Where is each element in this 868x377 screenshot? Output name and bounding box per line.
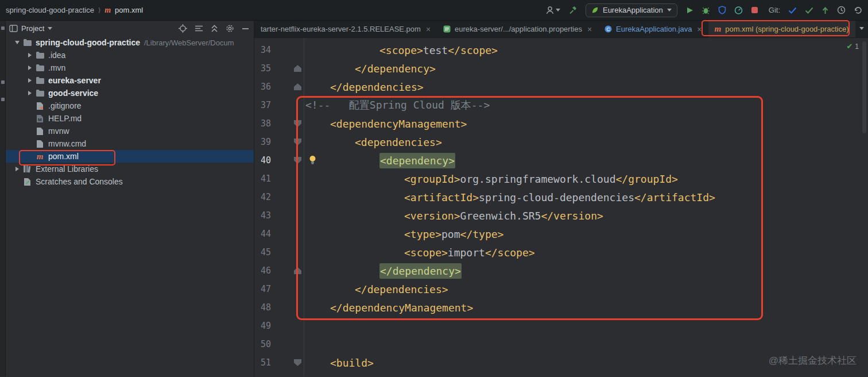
git-rollback-button[interactable] xyxy=(854,6,862,14)
caret-collapsed-icon[interactable] xyxy=(11,167,22,171)
project-view-selector[interactable]: Project xyxy=(21,24,44,33)
stop-button[interactable] xyxy=(751,6,758,14)
tabs-overflow-chevron-icon[interactable] xyxy=(859,27,864,30)
chevron-down-icon[interactable] xyxy=(48,27,52,30)
line-number[interactable]: 34 xyxy=(254,45,271,55)
git-update-button[interactable] xyxy=(788,7,797,14)
line-number[interactable]: 51 xyxy=(254,357,271,368)
code-line-44[interactable]: 44<type>pom</type> xyxy=(254,225,868,243)
run-config-select[interactable]: EurekaApplication xyxy=(586,3,677,17)
intention-bulb-icon[interactable] xyxy=(308,155,317,165)
breadcrumb-project[interactable]: spring-cloud-good-practice xyxy=(6,6,94,14)
locate-file-icon[interactable] xyxy=(179,24,187,33)
inspection-widget[interactable]: ✔ 1 xyxy=(846,42,859,51)
tree-item-pom-xml[interactable]: mpom.xml xyxy=(6,150,254,163)
tree-item-gitignore[interactable]: .gitignore xyxy=(6,99,254,112)
code-line-35[interactable]: 35</dependency> xyxy=(254,59,868,78)
tab-close-icon[interactable]: × xyxy=(587,25,592,34)
caret-collapsed-icon[interactable] xyxy=(24,91,35,95)
fold-region-start-icon[interactable] xyxy=(294,139,301,145)
collapse-all-icon[interactable] xyxy=(211,25,218,33)
user-account-icon[interactable] xyxy=(545,6,560,15)
tool-window-stripe-icon[interactable] xyxy=(1,98,5,101)
code-line-37[interactable]: 37<!-- 配置Spring Cloud 版本--> xyxy=(254,96,868,114)
line-number[interactable]: 35 xyxy=(254,63,271,74)
line-number[interactable]: 47 xyxy=(254,284,271,294)
code-line-45[interactable]: 45<scope>import</scope> xyxy=(254,243,868,261)
line-number[interactable]: 40 xyxy=(254,155,271,166)
line-number[interactable]: 50 xyxy=(254,339,271,349)
code-line-52[interactable]: 52<plugins> xyxy=(254,372,868,376)
tree-item-scratches-and-consoles[interactable]: Scratches and Consoles xyxy=(6,175,254,188)
tree-item-mvnw-cmd[interactable]: mvnw.cmd xyxy=(6,137,254,150)
tab-close-icon[interactable]: × xyxy=(697,25,702,34)
fold-region-start-icon[interactable] xyxy=(294,120,301,127)
left-tool-strip[interactable] xyxy=(0,21,6,376)
tree-item-good-service[interactable]: good-service xyxy=(6,87,254,99)
tree-item-spring-cloud-good-practice[interactable]: spring-cloud-good-practice/Library/WebSe… xyxy=(6,36,254,49)
tree-item-mvn[interactable]: .mvn xyxy=(6,61,254,74)
fold-region-start-icon[interactable] xyxy=(294,359,301,366)
code-line-48[interactable]: 48</dependencyManagement> xyxy=(254,298,868,317)
git-commit-button[interactable] xyxy=(805,7,813,14)
line-number[interactable]: 37 xyxy=(254,100,271,110)
fold-region-end-icon[interactable] xyxy=(294,267,301,274)
code-line-42[interactable]: 42<artifactId>spring-cloud-dependencies<… xyxy=(254,188,868,206)
fold-region-start-icon[interactable] xyxy=(294,157,301,164)
code-line-40[interactable]: 40<dependency> xyxy=(254,151,868,170)
breadcrumb-file[interactable]: pom.xml xyxy=(115,6,143,14)
line-number[interactable]: 45 xyxy=(254,247,271,257)
settings-gear-icon[interactable] xyxy=(226,24,234,33)
fold-region-end-icon[interactable] xyxy=(294,65,301,72)
editor[interactable]: 34<scope>test</scope>35</dependency>36</… xyxy=(254,38,868,376)
caret-collapsed-icon[interactable] xyxy=(24,78,35,83)
hide-tool-window-icon[interactable] xyxy=(242,28,249,30)
git-push-button[interactable] xyxy=(822,6,829,14)
line-number[interactable]: 41 xyxy=(254,174,271,184)
tree-item-eureka-server[interactable]: eureka-server xyxy=(6,74,254,87)
tree-item-idea[interactable]: .idea xyxy=(6,49,254,61)
tree-item-external-libraries[interactable]: External Libraries xyxy=(6,163,254,175)
caret-collapsed-icon[interactable] xyxy=(24,66,35,70)
line-number[interactable]: 46 xyxy=(254,266,271,276)
profiler-button[interactable] xyxy=(734,6,743,14)
editor-scrollbar[interactable] xyxy=(862,41,866,133)
line-number[interactable]: 42 xyxy=(254,192,271,202)
line-number[interactable]: 52 xyxy=(254,376,271,376)
run-with-coverage-button[interactable] xyxy=(718,6,726,14)
code-line-38[interactable]: 38<dependencyManagement> xyxy=(254,114,868,133)
debug-button[interactable] xyxy=(702,6,710,14)
git-history-icon[interactable] xyxy=(837,6,846,14)
code-line-49[interactable]: 49 xyxy=(254,317,868,335)
line-number[interactable]: 39 xyxy=(254,137,271,147)
code-line-34[interactable]: 34<scope>test</scope> xyxy=(254,41,868,59)
code-line-46[interactable]: 46</dependency> xyxy=(254,261,868,280)
code-line-47[interactable]: 47</dependencies> xyxy=(254,280,868,298)
caret-expanded-icon[interactable] xyxy=(11,41,22,44)
code-line-41[interactable]: 41<groupId>org.springframework.cloud</gr… xyxy=(254,170,868,188)
tool-window-stripe-icon[interactable] xyxy=(1,80,5,84)
code-line-36[interactable]: 36</dependencies> xyxy=(254,78,868,96)
build-hammer-icon[interactable] xyxy=(568,6,578,15)
code-line-50[interactable]: 50 xyxy=(254,335,868,353)
tool-window-stripe-icon[interactable] xyxy=(1,26,5,30)
run-button[interactable] xyxy=(685,6,693,14)
tree-item-help-md[interactable]: MHELP.md xyxy=(6,112,254,125)
code-line-39[interactable]: 39<dependencies> xyxy=(254,133,868,151)
tab-close-icon[interactable]: × xyxy=(426,25,431,34)
editor-tab-tarter-netflix-eureka-server-2-1-5-relea[interactable]: tarter-netflix-eureka-server-2.1.5.RELEA… xyxy=(254,21,437,37)
editor-tab-pom-xml-spring-cloud-good-practice[interactable]: mpom.xml (spring-cloud-good-practice) xyxy=(708,21,855,37)
line-number[interactable]: 49 xyxy=(254,321,271,331)
tree-item-mvnw[interactable]: mvnw xyxy=(6,125,254,137)
editor-tab-eureka-server-application-properties[interactable]: eureka-server/.../application.properties… xyxy=(437,21,598,37)
line-number[interactable]: 36 xyxy=(254,82,271,92)
line-number[interactable]: 43 xyxy=(254,210,271,221)
line-number[interactable]: 44 xyxy=(254,229,271,239)
flatten-packages-icon[interactable] xyxy=(195,25,203,32)
line-number[interactable]: 48 xyxy=(254,302,271,313)
editor-tab-eurekaapplication-java[interactable]: CEurekaApplication.java× xyxy=(598,21,708,37)
line-number[interactable]: 38 xyxy=(254,118,271,129)
fold-region-end-icon[interactable] xyxy=(294,83,301,90)
caret-collapsed-icon[interactable] xyxy=(24,53,35,57)
code-line-43[interactable]: 43<version>Greenwich.SR5</version> xyxy=(254,206,868,225)
